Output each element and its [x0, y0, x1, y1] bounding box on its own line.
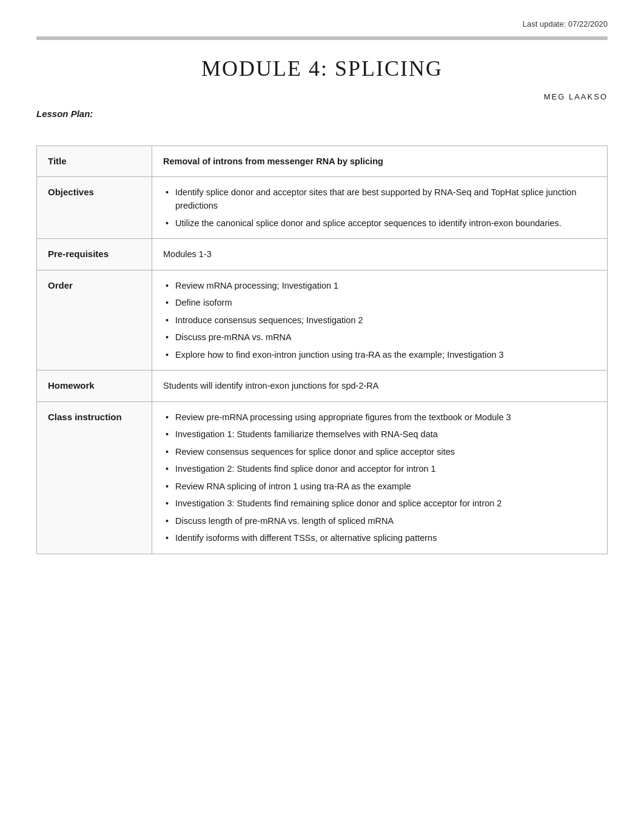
lesson-plan-label: Lesson Plan:: [36, 107, 608, 121]
row-label: Pre-requisites: [37, 239, 152, 270]
table-row: OrderReview mRNA processing; Investigati…: [37, 270, 608, 370]
table-row: TitleRemoval of introns from messenger R…: [37, 146, 608, 177]
last-update: Last update: 07/22/2020: [36, 18, 608, 30]
module-title: Module 4: Splicing: [36, 52, 608, 85]
list-item: Identify splice donor and acceptor sites…: [163, 186, 596, 213]
list-item: Utilize the canonical splice donor and s…: [163, 216, 596, 230]
table-row: Pre-requisitesModules 1-3: [37, 239, 608, 270]
list-item: Introduce consensus sequences; Investiga…: [163, 314, 596, 327]
row-content: Identify splice donor and acceptor sites…: [152, 177, 608, 239]
list-item: Review consensus sequences for splice do…: [163, 445, 596, 458]
list-item: Investigation 1: Students familiarize th…: [163, 428, 596, 441]
list-item: Investigation 3: Students find remaining…: [163, 497, 596, 510]
row-label: Homework: [37, 371, 152, 402]
table-row: HomeworkStudents will identify intron-ex…: [37, 371, 608, 402]
author: Meg Laakso: [36, 91, 608, 103]
list-item: Define isoform: [163, 296, 596, 309]
lesson-plan-table: TitleRemoval of introns from messenger R…: [36, 146, 608, 554]
list-item: Identify isoforms with different TSSs, o…: [163, 531, 596, 545]
table-row: Class instructionReview pre-mRNA process…: [37, 401, 608, 554]
row-content: Modules 1-3: [152, 239, 608, 270]
row-label: Order: [37, 270, 152, 370]
top-bar: [36, 36, 608, 40]
list-item: Investigation 2: Students find splice do…: [163, 462, 596, 475]
list-item: Review mRNA processing; Investigation 1: [163, 279, 596, 292]
row-label: Class instruction: [37, 401, 152, 554]
list-item: Discuss pre-mRNA vs. mRNA: [163, 330, 596, 344]
list-item: Review pre-mRNA processing using appropr…: [163, 411, 596, 424]
row-content: Review pre-mRNA processing using appropr…: [152, 401, 608, 554]
page: Last update: 07/22/2020 Module 4: Splici…: [0, 0, 644, 835]
row-content: Review mRNA processing; Investigation 1D…: [152, 270, 608, 370]
table-row: ObjectivesIdentify splice donor and acce…: [37, 177, 608, 239]
row-content: Students will identify intron-exon junct…: [152, 371, 608, 402]
row-label: Title: [37, 146, 152, 177]
row-label: Objectives: [37, 177, 152, 239]
list-item: Explore how to find exon-intron junction…: [163, 348, 596, 361]
row-content: Removal of introns from messenger RNA by…: [152, 146, 608, 177]
list-item: Review RNA splicing of intron 1 using tr…: [163, 480, 596, 493]
list-item: Discuss length of pre-mRNA vs. length of…: [163, 514, 596, 528]
